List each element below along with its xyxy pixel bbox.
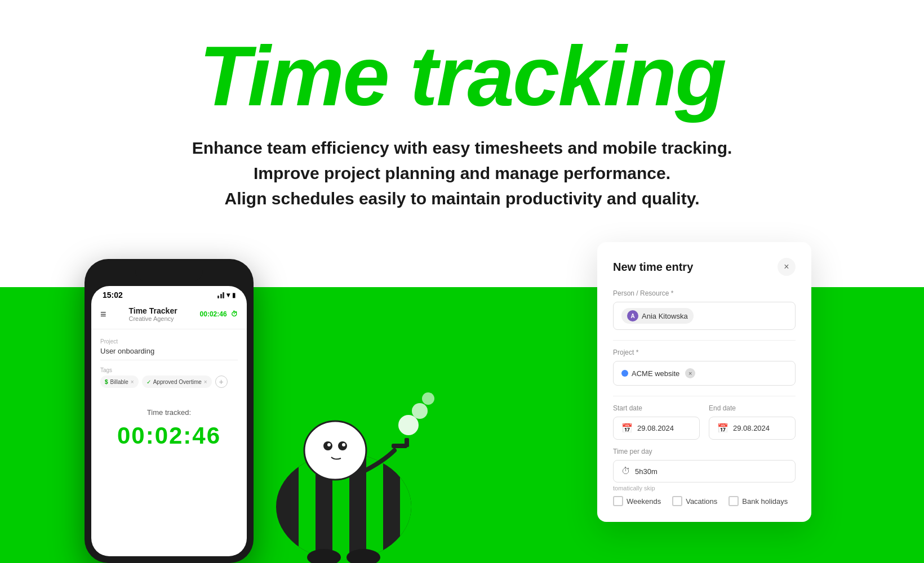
modal-title: New time entry — [613, 261, 693, 274]
time-per-day-label: Time per day — [613, 448, 796, 455]
divider-2 — [613, 396, 796, 396]
end-date-input[interactable]: 📅 29.08.2024 — [709, 417, 796, 440]
phone-screen: 15:02 ▾ ▮ ≡ Time Tracker Creative Agency — [91, 286, 247, 556]
tag-billable: $ Billable × — [100, 376, 139, 388]
start-date-value: 29.08.2024 — [637, 424, 674, 432]
battery-icon: ▮ — [232, 292, 236, 299]
end-date-value: 29.08.2024 — [733, 424, 770, 432]
clock-icon: ⏱ — [621, 466, 630, 476]
person-chip: A Ania Kitowska — [621, 308, 694, 324]
project-label: Project * — [613, 348, 796, 356]
phone-app-name: Time Tracker — [128, 306, 177, 315]
phone-frame: 15:02 ▾ ▮ ≡ Time Tracker Creative Agency — [85, 259, 254, 563]
start-date-input[interactable]: 📅 29.08.2024 — [613, 417, 700, 440]
subtitle-line-3: Align schedules easily to maintain produ… — [23, 186, 901, 211]
phone-app-title-group: Time Tracker Creative Agency — [128, 306, 177, 322]
svg-point-15 — [398, 415, 419, 435]
phone-timer-display: 00:02:46 ⏱ — [200, 310, 238, 318]
project-name: ACME website — [632, 369, 679, 378]
svg-point-9 — [327, 443, 331, 446]
time-tracked-label: Time tracked: — [100, 408, 238, 417]
phone-tags-label: Tags — [100, 367, 238, 373]
hero-subtitle: Enhance team efficiency with easy timesh… — [23, 135, 901, 211]
divider-1 — [613, 340, 796, 341]
weekends-checkbox-item: Weekends — [613, 496, 661, 506]
subtitle-line-2: Improve project planning and manage perf… — [23, 160, 901, 186]
checkboxes-row: Weekends Vacations Bank holidays — [613, 496, 796, 506]
vacations-checkbox[interactable] — [672, 496, 682, 506]
start-date-label: Start date — [613, 404, 700, 412]
end-date-field: End date 📅 29.08.2024 — [709, 404, 796, 440]
phone-clock: 15:02 — [103, 291, 123, 300]
new-time-entry-modal: New time entry × Person / Resource * A A… — [597, 242, 811, 522]
timer-icon: ⏱ — [231, 310, 238, 318]
person-label: Person / Resource * — [613, 289, 796, 297]
project-color-dot — [621, 370, 628, 377]
svg-point-16 — [412, 403, 428, 419]
svg-rect-12 — [405, 438, 409, 447]
phone-notch — [135, 266, 203, 282]
hero-title: Time tracking — [23, 34, 901, 118]
time-per-day-field: Time per day ⏱ 5h30m — [613, 448, 796, 482]
person-input-box[interactable]: A Ania Kitowska — [613, 302, 796, 330]
bank-holidays-checkbox-item: Bank holidays — [728, 496, 788, 506]
subtitle-line-1: Enhance team efficiency with easy timesh… — [23, 135, 901, 160]
project-remove-button[interactable]: × — [685, 368, 695, 378]
time-per-day-input[interactable]: ⏱ 5h30m — [613, 460, 796, 482]
hero-section: Time tracking Enhance team efficiency wi… — [0, 0, 924, 234]
tag-remove-icon-2[interactable]: × — [204, 379, 207, 385]
time-per-day-value: 5h30m — [635, 467, 658, 476]
auto-skip-section: tomatically skip Weekends Vacations Bank… — [613, 485, 796, 506]
signal-bars-icon — [217, 292, 224, 298]
weekends-label: Weekends — [627, 497, 661, 506]
start-date-field: Start date 📅 29.08.2024 — [613, 404, 700, 440]
add-tag-button[interactable]: + — [215, 376, 228, 388]
wifi-icon: ▾ — [226, 291, 230, 299]
modal-close-button[interactable]: × — [778, 258, 796, 276]
tag-remove-icon[interactable]: × — [131, 379, 134, 385]
vacations-checkbox-item: Vacations — [672, 496, 717, 506]
tag-overtime: ✓ Approved Overtime × — [142, 376, 212, 388]
phone-mockup: 15:02 ▾ ▮ ≡ Time Tracker Creative Agency — [85, 259, 265, 563]
bank-holidays-checkbox[interactable] — [728, 496, 739, 506]
time-tracked-section: Time tracked: 00:02:46 — [100, 397, 238, 461]
time-tracked-value: 00:02:46 — [100, 422, 238, 449]
date-row: Start date 📅 29.08.2024 End date 📅 29.08… — [613, 404, 796, 440]
auto-skip-label: tomatically skip — [613, 485, 796, 491]
project-field: Project * ACME website × — [613, 348, 796, 386]
svg-rect-5 — [400, 453, 417, 560]
close-icon: × — [784, 262, 789, 272]
phone-project-value: User onboarding — [100, 347, 238, 360]
phone-status-bar: 15:02 ▾ ▮ — [91, 286, 247, 302]
dollar-icon: $ — [105, 379, 108, 385]
project-chip: ACME website × — [621, 368, 695, 378]
phone-app-header: ≡ Time Tracker Creative Agency 00:02:46 … — [91, 302, 247, 329]
person-name: Ania Kitowska — [642, 312, 688, 320]
phone-company: Creative Agency — [128, 315, 177, 322]
project-input-box[interactable]: ACME website × — [613, 361, 796, 386]
end-date-label: End date — [709, 404, 796, 412]
cartoon-character — [248, 315, 439, 563]
phone-status-icons: ▾ ▮ — [217, 291, 236, 299]
phone-content: Project User onboarding Tags $ Billable … — [91, 329, 247, 470]
calendar-icon-end: 📅 — [717, 423, 728, 434]
phone-project-label: Project — [100, 338, 238, 345]
check-icon: ✓ — [146, 379, 151, 385]
weekends-checkbox[interactable] — [613, 496, 623, 506]
svg-point-6 — [304, 421, 366, 480]
bank-holidays-label: Bank holidays — [742, 497, 788, 506]
hamburger-icon[interactable]: ≡ — [100, 309, 106, 320]
modal-header: New time entry × — [613, 258, 796, 276]
calendar-icon-start: 📅 — [621, 423, 633, 434]
person-field: Person / Resource * A Ania Kitowska — [613, 289, 796, 330]
vacations-label: Vacations — [686, 497, 717, 506]
svg-point-17 — [422, 392, 434, 405]
phone-tags-row: $ Billable × ✓ Approved Overtime × + — [100, 376, 238, 388]
svg-point-10 — [342, 443, 345, 446]
person-avatar: A — [627, 310, 638, 321]
